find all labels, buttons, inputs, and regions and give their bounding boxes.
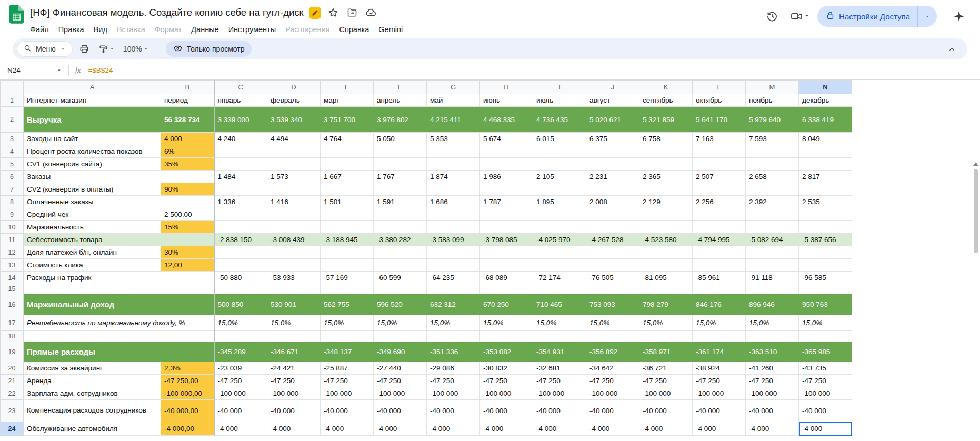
cell-N21[interactable]: -47 250 [799,375,852,387]
cell-N11[interactable]: -5 387 656 [799,234,852,246]
cell-E3[interactable]: 4 764 [321,133,374,145]
cell-C6[interactable]: 1 484 [214,171,267,183]
cell-E8[interactable]: 1 501 [321,196,374,208]
document-title[interactable]: [НФ] Финансовая модель. Создайте копию с… [30,7,304,18]
cell-K20[interactable]: -36 721 [639,362,693,375]
col-header-J[interactable]: J [586,81,639,94]
cell-K10[interactable] [639,221,693,234]
cell-N24[interactable]: -4 000 [799,422,852,436]
cell-B16[interactable] [161,294,214,315]
cell-I7[interactable] [533,183,586,196]
cell-L20[interactable]: -38 924 [693,362,746,375]
cell-K9[interactable] [639,208,693,221]
cell-D1[interactable]: февраль [267,94,321,107]
cell-M20[interactable]: -41 260 [746,362,799,375]
cell-B11[interactable] [161,234,214,246]
cell-L19[interactable]: -361 174 [693,342,746,362]
version-history-button[interactable] [762,6,783,27]
cell-D16[interactable]: 530 901 [267,294,321,315]
menu-данные[interactable]: Данные [186,24,223,35]
cell-M11[interactable]: -5 082 694 [746,234,799,246]
cell-E11[interactable]: -3 188 945 [321,234,374,246]
cell-G15[interactable] [427,284,480,294]
menu-инструменты[interactable]: Инструменты [224,24,281,35]
cell-M6[interactable]: 2 658 [746,171,799,183]
cell-H22[interactable]: -100 000 [480,387,533,400]
cell-F21[interactable]: -47 250 [374,375,427,387]
col-header-M[interactable]: M [746,81,799,94]
cell-H23[interactable]: -40 000 [480,400,533,422]
cell-L2[interactable]: 5 641 170 [693,107,746,133]
cell-E20[interactable]: -25 887 [321,362,374,375]
cell-B23[interactable]: -40 000,00 [161,400,214,422]
cell-N5[interactable] [799,158,852,171]
row-header-19[interactable]: 19 [1,342,24,362]
cell-K22[interactable]: -100 000 [639,387,693,400]
cell-C17[interactable]: 15,0% [214,315,267,331]
cell-G21[interactable]: -47 250 [427,375,480,387]
cell-D18[interactable] [267,331,321,342]
col-header-D[interactable]: D [267,81,321,94]
cell-B9[interactable]: 2 500,00 [161,208,214,221]
cell-K23[interactable]: -40 000 [639,400,693,422]
cell-L7[interactable] [693,183,746,196]
cell-B21[interactable]: -47 250,00 [161,375,214,387]
cell-D2[interactable]: 3 539 340 [267,107,321,133]
cell-F7[interactable] [374,183,427,196]
cell-G3[interactable]: 5 353 [427,133,480,145]
cell-N1[interactable]: декабрь [799,94,852,107]
cell-A16[interactable]: Маржинальный доход [24,294,161,315]
cell-I21[interactable]: -47 250 [533,375,586,387]
cell-A10[interactable]: Маржинальность [24,221,161,234]
cell-K19[interactable]: -358 971 [639,342,693,362]
cell-A1[interactable]: Интернет-магазин [24,94,161,107]
meet-button[interactable] [790,10,810,23]
cell-E7[interactable] [321,183,374,196]
cell-E2[interactable]: 3 751 700 [321,107,374,133]
cell-J3[interactable]: 6 375 [586,133,639,145]
cell-L8[interactable]: 2 256 [693,196,746,208]
cell-J17[interactable]: 15,0% [586,315,639,331]
view-only-badge[interactable]: Только просмотр [166,41,252,57]
cell-E16[interactable]: 562 755 [321,294,374,315]
cell-F4[interactable] [374,145,427,158]
cell-M4[interactable] [746,145,799,158]
row-header-11[interactable]: 11 [1,234,24,246]
cell-M16[interactable]: 896 946 [746,294,799,315]
cell-J1[interactable]: август [586,94,639,107]
cell-F14[interactable]: -60 599 [374,272,427,284]
row-header-20[interactable]: 20 [1,362,24,375]
cell-E21[interactable]: -47 250 [321,375,374,387]
cell-M8[interactable]: 2 392 [746,196,799,208]
row-header-18[interactable]: 18 [1,331,24,342]
cell-J12[interactable] [586,246,639,259]
cell-N6[interactable]: 2 817 [799,171,852,183]
cell-G18[interactable] [427,331,480,342]
cell-N7[interactable] [799,183,852,196]
cell-N19[interactable]: -365 985 [799,342,852,362]
cell-G1[interactable]: май [427,94,480,107]
cell-G16[interactable]: 632 312 [427,294,480,315]
cell-J2[interactable]: 5 020 621 [586,107,639,133]
cell-I15[interactable] [533,284,586,294]
meet-chevron-icon[interactable] [804,12,810,21]
cell-M3[interactable]: 7 593 [746,133,799,145]
cell-H6[interactable]: 1 986 [480,171,533,183]
cell-H4[interactable] [480,145,533,158]
cell-K1[interactable]: сентябрь [639,94,693,107]
cell-I23[interactable]: -40 000 [533,400,586,422]
cell-J9[interactable] [586,208,639,221]
cell-L5[interactable] [693,158,746,171]
cell-N17[interactable]: 15,0% [799,315,852,331]
cell-L12[interactable] [693,246,746,259]
menu-вид[interactable]: Вид [89,24,112,35]
row-header-8[interactable]: 8 [1,196,24,208]
cell-K5[interactable] [639,158,693,171]
cell-I22[interactable]: -100 000 [533,387,586,400]
cell-E14[interactable]: -57 169 [321,272,374,284]
cell-F24[interactable]: -4 000 [374,422,427,436]
cell-K14[interactable]: -81 095 [639,272,693,284]
cell-A8[interactable]: Оплаченные заказы [24,196,161,208]
cell-H19[interactable]: -353 082 [480,342,533,362]
col-header-I[interactable]: I [533,81,586,94]
